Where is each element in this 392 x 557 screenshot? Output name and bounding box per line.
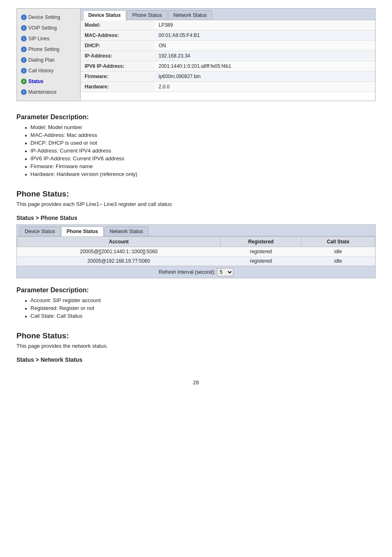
ps-tab-network-status[interactable]: Network Status xyxy=(104,226,148,236)
list-item: IP-Address: Current IPV4 address xyxy=(25,147,376,155)
phone-status-tab-bar: Device Status Phone Status Network Statu… xyxy=(17,225,375,236)
row-label: IP-Address: xyxy=(81,51,154,61)
info-icon-4: i xyxy=(21,46,27,52)
list-item: DHCP: DHCP is used or not xyxy=(25,139,376,147)
row-value: lp600m.090827.bin xyxy=(154,72,375,82)
network-status-section: Phone Status: This page provides the net… xyxy=(16,331,376,363)
phone-status-main-heading: Phone Status: xyxy=(16,190,376,199)
list-item: Call State: Call Status xyxy=(25,312,376,320)
phone-status-description: This page provides each SIP Line1~ Line3… xyxy=(16,201,376,207)
account-tbody: 20005@[[2001:1440:1::1000]]:5060register… xyxy=(17,247,375,266)
list-item: Registered: Register or not xyxy=(25,304,376,312)
phone-status-panel: Device Status Phone Status Network Statu… xyxy=(16,224,376,278)
sidebar-label-device-setting: Device Setting xyxy=(28,14,60,20)
sidebar-item-status[interactable]: i Status xyxy=(17,76,80,87)
list-item: Hardware: Hardware version (reference on… xyxy=(25,170,376,178)
sidebar-label-voip-setting: VOIP Setting xyxy=(28,25,57,31)
sidebar-label-sip-lines: SIP Lines xyxy=(28,36,49,42)
registered-col-header: Registered xyxy=(221,237,302,247)
row-label: DHCP: xyxy=(81,41,154,51)
sidebar-label-status: Status xyxy=(28,79,44,84)
param-desc-2-heading: Parameter Description: xyxy=(16,287,376,294)
page-wrapper: i Device Setting i VOIP Setting i SIP Li… xyxy=(0,0,392,402)
table-row: DHCP:ON xyxy=(81,41,375,51)
table-row: 20005@192.168.19.77:5060registeredidle xyxy=(17,257,375,266)
call-state-col-header: Call State xyxy=(301,237,375,247)
table-row: Model:LP389 xyxy=(81,20,375,30)
account-cell: 20005@[[2001:1440:1::1000]]:5060 xyxy=(17,247,221,257)
row-value: 2.0.0 xyxy=(154,82,375,92)
row-label: IPV6 IP-Address: xyxy=(81,61,154,72)
info-icon-8: i xyxy=(21,89,27,95)
list-item: MAC-Address: Mac address xyxy=(25,131,376,139)
sidebar-item-voip-setting[interactable]: i VOIP Setting xyxy=(17,23,80,33)
row-label: Firmware: xyxy=(81,72,154,82)
refresh-bar: Refresh Interval (second): 5103060 xyxy=(17,266,375,278)
sidebar-item-sip-lines[interactable]: i SIP Lines xyxy=(17,33,80,44)
row-label: Hardware: xyxy=(81,82,154,92)
row-label: MAC-Address: xyxy=(81,30,154,41)
network-status-subheading: Status > Network Status xyxy=(16,356,376,363)
info-icon-3: i xyxy=(21,36,27,42)
table-row: 20005@[[2001:1440:1::1000]]:5060register… xyxy=(17,247,375,257)
ps-tab-phone-status[interactable]: Phone Status xyxy=(61,226,104,236)
row-value: ON xyxy=(154,41,375,51)
account-col-header: Account xyxy=(17,237,221,247)
sidebar: i Device Setting i VOIP Setting i SIP Li… xyxy=(17,9,81,101)
sidebar-item-device-setting[interactable]: i Device Setting xyxy=(17,12,80,23)
account-cell: 20005@192.168.19.77:5060 xyxy=(17,257,221,266)
param-desc-1: Parameter Description: Model: Model numb… xyxy=(16,113,376,178)
network-status-heading: Phone Status: xyxy=(16,331,376,340)
list-item: IPV6 IP-Address: Current IPV6 address xyxy=(25,155,376,162)
tab-device-status[interactable]: Device Status xyxy=(83,10,126,20)
call-state-cell: idle xyxy=(301,257,375,266)
sidebar-item-phone-setting[interactable]: i Phone Setting xyxy=(17,44,80,55)
page-number: 28 xyxy=(16,379,376,386)
info-icon-7: i xyxy=(21,79,27,84)
refresh-label: Refresh Interval (second): xyxy=(159,269,215,275)
row-label: Model: xyxy=(81,20,154,30)
main-content: Device Status Phone Status Network Statu… xyxy=(81,9,375,101)
row-value: 00:01:A8:05:F4:B1 xyxy=(154,30,375,41)
tab-bar: Device Status Phone Status Network Statu… xyxy=(81,9,375,20)
row-value: 2001:1440:1:0:201:a8ff:fe05:f4b1 xyxy=(154,61,375,72)
device-panel: i Device Setting i VOIP Setting i SIP Li… xyxy=(16,8,376,101)
tab-network-status[interactable]: Network Status xyxy=(168,10,212,20)
tab-phone-status[interactable]: Phone Status xyxy=(127,10,167,20)
account-table: Account Registered Call State 20005@[[20… xyxy=(17,236,375,266)
phone-status-subheading: Status > Phone Status xyxy=(16,215,376,221)
table-row: MAC-Address:00:01:A8:05:F4:B1 xyxy=(81,30,375,41)
row-value: 192.168.23.34 xyxy=(154,51,375,61)
info-icon-5: i xyxy=(21,57,27,63)
sidebar-item-maintenance[interactable]: i Maintenance xyxy=(17,87,80,97)
info-icon: i xyxy=(21,14,27,20)
row-value: LP389 xyxy=(154,20,375,30)
param-desc-2: Parameter Description: Account: SIP regi… xyxy=(16,287,376,320)
phone-status-heading-section: Phone Status: This page provides each SI… xyxy=(16,190,376,207)
call-state-cell: idle xyxy=(301,247,375,257)
list-item: Firmware: Firmware name xyxy=(25,162,376,170)
ps-tab-device-status[interactable]: Device Status xyxy=(19,226,60,236)
sidebar-label-maintenance: Maintenance xyxy=(28,89,57,95)
table-row: Hardware:2.0.0 xyxy=(81,82,375,92)
param-bullets-1: Model: Model numberMAC-Address: Mac addr… xyxy=(16,123,376,178)
table-row: Firmware:lp600m.090827.bin xyxy=(81,72,375,82)
info-icon-6: i xyxy=(21,68,27,74)
param-bullets-2: Account: SIP register accountRegistered:… xyxy=(16,296,376,320)
table-row: IPV6 IP-Address:2001:1440:1:0:201:a8ff:f… xyxy=(81,61,375,72)
sidebar-item-dialing-plan[interactable]: i Dialing Plan xyxy=(17,55,80,65)
list-item: Model: Model number xyxy=(25,123,376,131)
network-status-description: This page provides the network status. xyxy=(16,343,376,349)
sidebar-label-dialing-plan: Dialing Plan xyxy=(28,57,55,63)
param-desc-1-heading: Parameter Description: xyxy=(16,113,376,121)
sidebar-item-call-history[interactable]: i Call History xyxy=(17,65,80,76)
table-row: IP-Address:192.168.23.34 xyxy=(81,51,375,61)
list-item: Account: SIP register account xyxy=(25,296,376,304)
info-icon-2: i xyxy=(21,25,27,31)
device-status-table: Model:LP389MAC-Address:00:01:A8:05:F4:B1… xyxy=(81,20,375,92)
refresh-select[interactable]: 5103060 xyxy=(217,268,233,276)
registered-cell: registered xyxy=(221,247,302,257)
sidebar-label-phone-setting: Phone Setting xyxy=(28,46,59,52)
registered-cell: registered xyxy=(221,257,302,266)
sidebar-label-call-history: Call History xyxy=(28,68,53,74)
